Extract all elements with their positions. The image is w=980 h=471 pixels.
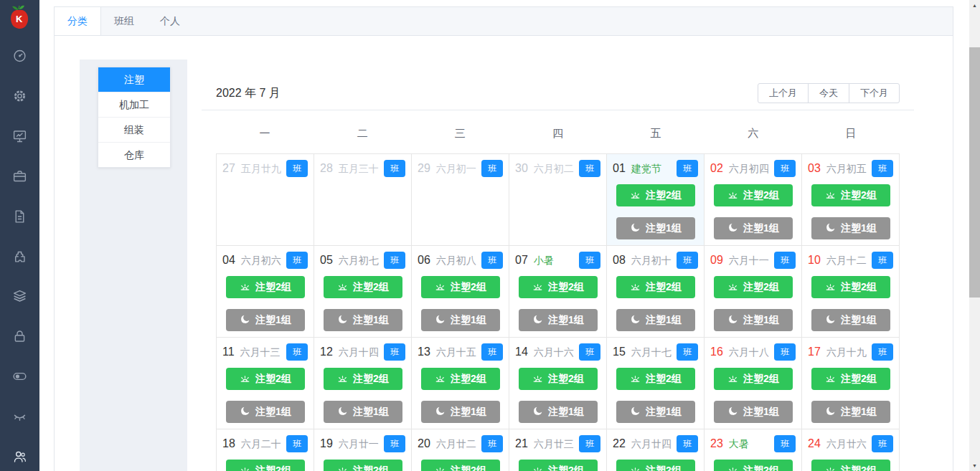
calendar-cell[interactable]: 13 六月十五 班 注塑2组 注塑1组	[412, 338, 509, 429]
dashboard-icon[interactable]	[0, 49, 39, 64]
night-shift-button[interactable]: 注塑1组	[811, 309, 890, 331]
day-shift-button[interactable]: 注塑2组	[714, 276, 793, 298]
calendar-cell[interactable]: 17 六月十九 班 注塑2组 注塑1组	[802, 338, 900, 429]
day-shift-button[interactable]: 注塑2组	[226, 368, 305, 390]
night-shift-button[interactable]: 注塑1组	[616, 217, 695, 239]
category-item-machining[interactable]: 机加工	[98, 92, 170, 118]
shift-badge-button[interactable]: 班	[481, 435, 503, 452]
calendar-cell[interactable]: 04 六月初六 班 注塑2组 注塑1组	[217, 246, 314, 338]
day-shift-button[interactable]: 注塑2组	[324, 368, 402, 390]
calendar-cell[interactable]: 14 六月十六 班 注塑2组 注塑1组	[509, 338, 607, 429]
shift-badge-button[interactable]: 班	[384, 343, 405, 361]
shift-badge-button[interactable]: 班	[872, 435, 893, 452]
monitor-chart-icon[interactable]	[0, 129, 39, 144]
app-logo[interactable]: K	[6, 4, 34, 34]
lock-icon[interactable]	[0, 329, 39, 344]
calendar-cell[interactable]: 30 六月初二 班	[509, 154, 607, 246]
night-shift-button[interactable]: 注塑1组	[324, 309, 402, 331]
calendar-cell[interactable]: 09 六月十一 班 注塑2组 注塑1组	[705, 246, 802, 338]
calendar-cell[interactable]: 01 建党节 班 注塑2组 注塑1组	[607, 154, 705, 246]
shift-badge-button[interactable]: 班	[872, 343, 893, 361]
shift-badge-button[interactable]: 班	[677, 252, 698, 269]
shift-badge-button[interactable]: 班	[481, 343, 503, 361]
calendar-cell[interactable]: 16 六月十八 班 注塑2组 注塑1组	[705, 338, 802, 429]
tab-personal[interactable]: 个人	[147, 7, 193, 35]
category-item-injection-molding[interactable]: 注塑	[98, 67, 170, 92]
layers-icon[interactable]	[0, 289, 39, 304]
calendar-cell[interactable]: 03 六月初五 班 注塑2组 注塑1组	[802, 154, 900, 246]
day-shift-button[interactable]: 注塑2组	[421, 460, 500, 471]
shift-badge-button[interactable]: 班	[774, 160, 796, 177]
day-shift-button[interactable]: 注塑2组	[421, 368, 500, 390]
calendar-cell[interactable]: 07 小暑 班 注塑2组 注塑1组	[509, 246, 607, 338]
day-shift-button[interactable]: 注塑2组	[714, 460, 793, 471]
shift-badge-button[interactable]: 班	[872, 252, 893, 269]
shift-badge-button[interactable]: 班	[677, 435, 698, 452]
day-shift-button[interactable]: 注塑2组	[226, 276, 305, 298]
day-shift-button[interactable]: 注塑2组	[324, 460, 402, 471]
shift-badge-button[interactable]: 班	[774, 435, 796, 452]
day-shift-button[interactable]: 注塑2组	[811, 276, 890, 298]
calendar-cell[interactable]: 02 六月初四 班 注塑2组 注塑1组	[705, 154, 802, 246]
day-shift-button[interactable]: 注塑2组	[324, 276, 402, 298]
calendar-cell[interactable]: 27 五月廿九 班	[217, 154, 314, 246]
shift-badge-button[interactable]: 班	[579, 160, 600, 177]
shift-badge-button[interactable]: 班	[286, 343, 308, 361]
tab-category[interactable]: 分类	[55, 7, 101, 35]
night-shift-button[interactable]: 注塑1组	[714, 309, 793, 331]
night-shift-button[interactable]: 注塑1组	[616, 401, 695, 423]
calendar-cell[interactable]: 22 六月廿四 班 注塑2组 注塑1组	[607, 429, 705, 471]
shift-badge-button[interactable]: 班	[677, 343, 698, 361]
shift-badge-button[interactable]: 班	[286, 252, 308, 269]
calendar-cell[interactable]: 18 六月二十 班 注塑2组 注塑1组	[217, 429, 314, 471]
day-shift-button[interactable]: 注塑2组	[519, 368, 598, 390]
shift-badge-button[interactable]: 班	[286, 435, 308, 452]
night-shift-button[interactable]: 注塑1组	[421, 401, 500, 423]
shift-badge-button[interactable]: 班	[774, 252, 796, 269]
shift-badge-button[interactable]: 班	[579, 343, 600, 361]
calendar-cell[interactable]: 12 六月十四 班 注塑2组 注塑1组	[314, 338, 412, 429]
calendar-cell[interactable]: 24 六月廿六 班 注塑2组 注塑1组	[802, 429, 900, 471]
day-shift-button[interactable]: 注塑2组	[616, 460, 695, 471]
calendar-cell[interactable]: 19 六月廿一 班 注塑2组 注塑1组	[314, 429, 412, 471]
day-shift-button[interactable]: 注塑2组	[616, 276, 695, 298]
calendar-cell[interactable]: 29 六月初一 班	[412, 154, 509, 246]
shift-badge-button[interactable]: 班	[579, 435, 600, 452]
document-icon[interactable]	[0, 209, 39, 224]
shift-badge-button[interactable]: 班	[384, 160, 405, 177]
calendar-cell[interactable]: 08 六月初十 班 注塑2组 注塑1组	[607, 246, 705, 338]
calendar-cell[interactable]: 11 六月十三 班 注塑2组 注塑1组	[217, 338, 314, 429]
day-shift-button[interactable]: 注塑2组	[714, 184, 793, 206]
day-shift-button[interactable]: 注塑2组	[811, 460, 890, 471]
tab-team[interactable]: 班组	[101, 7, 147, 35]
category-item-assembly[interactable]: 组装	[98, 118, 170, 143]
users-icon[interactable]	[0, 449, 39, 465]
scrollbar-thumb[interactable]	[969, 47, 980, 298]
vertical-scrollbar[interactable]: ▲ ▼	[969, 0, 980, 471]
day-shift-button[interactable]: 注塑2组	[226, 460, 305, 471]
shift-badge-button[interactable]: 班	[579, 252, 600, 269]
calendar-cell[interactable]: 15 六月十七 班 注塑2组 注塑1组	[607, 338, 705, 429]
night-shift-button[interactable]: 注塑1组	[714, 401, 793, 423]
night-shift-button[interactable]: 注塑1组	[714, 217, 793, 239]
night-shift-button[interactable]: 注塑1组	[616, 309, 695, 331]
night-shift-button[interactable]: 注塑1组	[421, 309, 500, 331]
calendar-cell[interactable]: 20 六月廿二 班 注塑2组 注塑1组	[412, 429, 509, 471]
scroll-up-arrow-icon[interactable]: ▲	[969, 0, 980, 11]
day-shift-button[interactable]: 注塑2组	[421, 276, 500, 298]
day-shift-button[interactable]: 注塑2组	[519, 276, 598, 298]
night-shift-button[interactable]: 注塑1组	[811, 217, 890, 239]
day-shift-button[interactable]: 注塑2组	[714, 368, 793, 390]
day-shift-button[interactable]: 注塑2组	[616, 184, 695, 206]
category-item-warehouse[interactable]: 仓库	[98, 143, 170, 167]
shift-badge-button[interactable]: 班	[481, 252, 503, 269]
shift-badge-button[interactable]: 班	[774, 343, 796, 361]
calendar-cell[interactable]: 28 五月三十 班	[314, 154, 412, 246]
briefcase-icon[interactable]	[0, 169, 39, 184]
gear-icon[interactable]	[0, 89, 39, 104]
shift-badge-button[interactable]: 班	[481, 160, 503, 177]
shift-badge-button[interactable]: 班	[384, 435, 405, 452]
night-shift-button[interactable]: 注塑1组	[226, 309, 305, 331]
night-shift-button[interactable]: 注塑1组	[226, 401, 305, 423]
eye-closed-icon[interactable]	[0, 409, 39, 424]
